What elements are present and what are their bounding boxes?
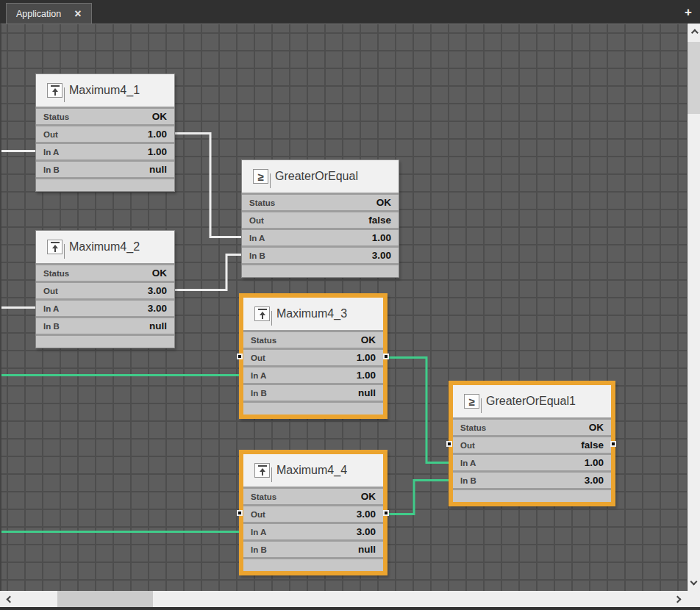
row-in-a[interactable]: In A 3.00: [36, 301, 174, 316]
row-in-a[interactable]: In A 1.00: [242, 230, 399, 245]
row-in-b[interactable]: In B null: [36, 162, 174, 177]
tab-label: Application: [16, 9, 61, 19]
row-status[interactable]: Status OK: [243, 489, 383, 504]
canvas[interactable]: Maximum4_1 Status OK Out 1.00 In A 1.00 …: [0, 24, 687, 591]
row-out[interactable]: Out 1.00: [243, 350, 383, 365]
node-editor-window: Application × + Maximum4_1 Status OK Out…: [0, 0, 700, 610]
row-out[interactable]: Out false: [453, 437, 611, 453]
chevron-left-icon: [6, 595, 13, 603]
wire-white[interactable]: [174, 134, 244, 237]
row-out[interactable]: Out 3.00: [243, 506, 383, 522]
maximum-icon: [47, 240, 63, 254]
maximum-icon: [47, 83, 63, 98]
vertical-scroll-thumb[interactable]: [688, 42, 700, 114]
node-header: Maximum4_3: [243, 298, 383, 330]
node-title: GreaterOrEqual: [275, 170, 358, 183]
tab-bar: Application × +: [0, 0, 700, 24]
node-Maximum4_2[interactable]: Maximum4_2 Status OK Out 3.00 In A 3.00 …: [35, 230, 175, 348]
connection-handle[interactable]: [610, 441, 616, 447]
row-in-a[interactable]: In A 1.00: [453, 455, 611, 470]
greater-or-equal-icon: ≥: [253, 169, 268, 184]
row-in-b[interactable]: In B null: [36, 318, 174, 334]
connection-handle[interactable]: [383, 510, 389, 516]
row-in-b[interactable]: In B null: [243, 385, 383, 401]
node-header: Maximum4_2: [36, 231, 174, 263]
scroll-right-button[interactable]: [668, 591, 687, 607]
node-footer: [453, 490, 611, 502]
maximum-icon: [254, 463, 270, 478]
row-in-b[interactable]: In B 3.00: [453, 473, 611, 488]
connection-handle[interactable]: [237, 354, 243, 359]
connection-handle[interactable]: [237, 510, 243, 516]
tab-application[interactable]: Application ×: [6, 3, 92, 24]
node-footer: [242, 265, 399, 277]
scroll-down-button[interactable]: [688, 573, 700, 591]
connection-handle[interactable]: [383, 354, 389, 359]
row-status[interactable]: Status OK: [242, 195, 399, 210]
node-Maximum4_1[interactable]: Maximum4_1 Status OK Out 1.00 In A 1.00 …: [35, 73, 175, 192]
node-GreaterOrEqual[interactable]: ≥ GreaterOrEqual Status OK Out false In …: [241, 159, 399, 278]
node-Maximum4_4[interactable]: Maximum4_4 Status OK Out 3.00 In A 3.00 …: [239, 450, 388, 575]
wire-green[interactable]: [386, 358, 451, 463]
node-title: GreaterOrEqual1: [486, 395, 576, 408]
tab-close-icon[interactable]: ×: [74, 8, 81, 20]
row-status[interactable]: Status OK: [453, 420, 611, 435]
node-header: Maximum4_1: [36, 74, 174, 107]
connection-handle[interactable]: [446, 441, 452, 447]
node-title: Maximum4_3: [276, 307, 347, 320]
node-footer: [36, 336, 174, 348]
wire-green[interactable]: [386, 481, 451, 514]
node-header: Maximum4_4: [243, 454, 383, 487]
chevron-up-icon: [691, 29, 699, 37]
row-in-b[interactable]: In B 3.00: [242, 248, 399, 263]
vertical-scrollbar[interactable]: [687, 24, 700, 591]
node-header: ≥ GreaterOrEqual: [242, 160, 399, 193]
row-in-a[interactable]: In A 1.00: [243, 367, 383, 383]
chevron-right-icon: [674, 595, 681, 603]
node-title: Maximum4_1: [69, 84, 140, 97]
bottom-strip: [0, 607, 700, 610]
row-in-a[interactable]: In A 1.00: [36, 144, 174, 159]
row-status[interactable]: Status OK: [36, 265, 174, 281]
node-footer: [36, 179, 174, 191]
scroll-up-button[interactable]: [688, 24, 700, 42]
node-footer: [243, 403, 383, 415]
chevron-down-icon: [690, 578, 698, 586]
row-in-a[interactable]: In A 3.00: [243, 524, 383, 539]
node-footer: [243, 559, 383, 571]
wire-white[interactable]: [174, 255, 244, 290]
maximum-icon: [254, 306, 270, 321]
horizontal-scroll-thumb[interactable]: [57, 591, 153, 607]
greater-or-equal-icon: ≥: [464, 394, 479, 409]
horizontal-scrollbar[interactable]: [0, 591, 687, 607]
scrollbar-corner: [687, 591, 700, 607]
node-title: Maximum4_4: [276, 464, 347, 477]
node-title: Maximum4_2: [69, 240, 140, 254]
node-header: ≥ GreaterOrEqual1: [453, 385, 611, 417]
node-GreaterOrEqual1[interactable]: ≥ GreaterOrEqual1 Status OK Out false In…: [449, 381, 615, 506]
row-in-b[interactable]: In B null: [243, 542, 383, 557]
add-tab-button[interactable]: +: [685, 5, 692, 20]
scroll-left-button[interactable]: [0, 591, 19, 607]
node-Maximum4_3[interactable]: Maximum4_3 Status OK Out 1.00 In A 1.00 …: [239, 293, 388, 419]
row-out[interactable]: Out false: [242, 212, 399, 228]
row-status[interactable]: Status OK: [243, 332, 383, 348]
row-status[interactable]: Status OK: [36, 109, 174, 124]
row-out[interactable]: Out 1.00: [36, 126, 174, 142]
row-out[interactable]: Out 3.00: [36, 283, 174, 298]
